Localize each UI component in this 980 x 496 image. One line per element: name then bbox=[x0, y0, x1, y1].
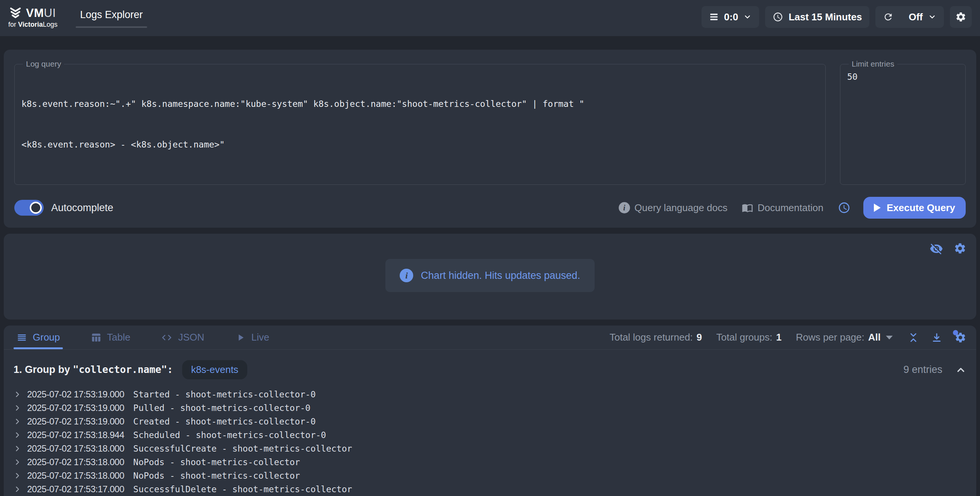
tab-group[interactable]: Group bbox=[14, 326, 63, 349]
autocomplete-toggle[interactable]: Autocomplete bbox=[14, 200, 113, 216]
toggle-switch[interactable] bbox=[14, 200, 44, 216]
chart-hidden-message: i Chart hidden. Hits updates paused. bbox=[385, 259, 594, 292]
log-row[interactable]: 2025-07-02 17:53:17.000 SuccessfulDelete… bbox=[14, 482, 966, 496]
group-title: 1. Group by "collector.name": bbox=[14, 364, 173, 375]
log-timestamp: 2025-07-02 17:53:18.000 bbox=[27, 443, 124, 454]
log-timestamp: 2025-07-02 17:53:19.000 bbox=[27, 403, 124, 413]
log-message: NoPods - shoot-metrics-collector bbox=[133, 471, 300, 480]
documentation-link[interactable]: Documentation bbox=[742, 202, 823, 214]
settings-button[interactable] bbox=[950, 6, 972, 28]
log-message: Pulled - shoot-metrics-collector-0 bbox=[133, 403, 310, 413]
victoriametrics-logo-icon bbox=[8, 7, 22, 19]
clock-icon bbox=[773, 12, 783, 22]
limit-entries-label: Limit entries bbox=[849, 59, 897, 68]
download-icon[interactable] bbox=[931, 332, 942, 343]
refresh-icon[interactable] bbox=[883, 12, 893, 22]
time-range-button[interactable]: Last 15 Minutes bbox=[765, 6, 869, 28]
info-icon: i bbox=[400, 269, 413, 282]
execute-query-button[interactable]: Execute Query bbox=[863, 197, 966, 219]
autocomplete-label: Autocomplete bbox=[51, 202, 113, 214]
chart-panel: i Chart hidden. Hits updates paused. bbox=[4, 234, 976, 320]
display-settings-icon[interactable] bbox=[955, 332, 966, 343]
vmui-logo[interactable]: VMUI for VictoriaLogs bbox=[8, 6, 57, 29]
group-header: 1. Group by "collector.name": k8s-events… bbox=[4, 350, 976, 387]
logo-tagline: for VictoriaLogs bbox=[8, 21, 57, 29]
chevron-right-icon[interactable] bbox=[14, 472, 21, 479]
table-icon bbox=[91, 332, 101, 343]
dropdown-arrow-icon bbox=[886, 336, 892, 339]
log-query-field[interactable]: Log query k8s.event.reason:~".+" k8s.nam… bbox=[14, 59, 826, 185]
limit-entries-input[interactable]: 50 bbox=[847, 70, 959, 84]
log-list: 2025-07-02 17:53:19.000 Started - shoot-… bbox=[4, 387, 976, 496]
entries-count: 9 entries bbox=[903, 364, 942, 375]
tenant-value: 0:0 bbox=[724, 11, 738, 23]
play-icon bbox=[235, 332, 246, 343]
total-groups-stat: Total groups: 1 bbox=[716, 332, 781, 343]
time-range-value: Last 15 Minutes bbox=[788, 11, 862, 23]
list-icon bbox=[17, 332, 27, 343]
code-icon bbox=[161, 332, 172, 343]
logo-wordmark: VMUI bbox=[26, 6, 56, 20]
chevron-right-icon[interactable] bbox=[14, 391, 21, 398]
log-timestamp: 2025-07-02 17:53:18.000 bbox=[27, 457, 124, 467]
collapse-all-icon[interactable] bbox=[908, 332, 919, 343]
limit-entries-field[interactable]: Limit entries 50 bbox=[840, 59, 966, 185]
log-query-label: Log query bbox=[23, 59, 64, 68]
tenant-select-button[interactable]: 0:0 bbox=[702, 6, 759, 28]
log-message: Started - shoot-metrics-collector-0 bbox=[133, 389, 316, 399]
results-panel: Group Table JSON Live bbox=[4, 326, 976, 496]
chevron-right-icon[interactable] bbox=[14, 418, 21, 425]
chevron-down-icon bbox=[928, 13, 936, 21]
gear-icon bbox=[955, 11, 966, 22]
log-message: Scheduled - shoot-metrics-collector-0 bbox=[133, 430, 326, 440]
log-timestamp: 2025-07-02 17:53:18.000 bbox=[27, 471, 124, 481]
log-row[interactable]: 2025-07-02 17:53:18.000 NoPods - shoot-m… bbox=[14, 455, 966, 469]
log-row[interactable]: 2025-07-02 17:53:19.000 Pulled - shoot-m… bbox=[14, 401, 966, 415]
log-message: NoPods - shoot-metrics-collector bbox=[133, 457, 300, 467]
chevron-right-icon[interactable] bbox=[14, 431, 21, 439]
rows-per-page-select[interactable]: Rows per page: All bbox=[796, 332, 892, 343]
tab-table[interactable]: Table bbox=[88, 326, 133, 349]
query-panel: Log query k8s.event.reason:~".+" k8s.nam… bbox=[4, 50, 976, 228]
log-message: SuccessfulCreate - shoot-metrics-collect… bbox=[133, 444, 352, 453]
chevron-right-icon[interactable] bbox=[14, 404, 21, 412]
log-row[interactable]: 2025-07-02 17:53:18.000 NoPods - shoot-m… bbox=[14, 469, 966, 482]
chevron-right-icon[interactable] bbox=[14, 458, 21, 466]
log-row[interactable]: 2025-07-02 17:53:18.000 SuccessfulCreate… bbox=[14, 442, 966, 455]
log-row[interactable]: 2025-07-02 17:53:18.944 Scheduled - shoo… bbox=[14, 428, 966, 442]
log-row[interactable]: 2025-07-02 17:53:19.000 Created - shoot-… bbox=[14, 415, 966, 428]
play-icon bbox=[874, 203, 881, 212]
log-timestamp: 2025-07-02 17:53:19.000 bbox=[27, 416, 124, 427]
log-timestamp: 2025-07-02 17:53:18.944 bbox=[27, 430, 124, 440]
log-timestamp: 2025-07-02 17:53:19.000 bbox=[27, 389, 124, 400]
query-history-icon[interactable] bbox=[838, 201, 851, 214]
app-header: VMUI for VictoriaLogs Logs Explorer 0:0 … bbox=[0, 0, 980, 36]
chart-settings-icon[interactable] bbox=[954, 242, 966, 256]
info-icon: i bbox=[619, 202, 630, 213]
log-message: SuccessfulDelete - shoot-metrics-collect… bbox=[133, 484, 352, 494]
chevron-right-icon[interactable] bbox=[14, 445, 21, 452]
tenant-icon bbox=[709, 12, 719, 22]
log-message: Created - shoot-metrics-collector-0 bbox=[133, 417, 316, 426]
chevron-right-icon[interactable] bbox=[14, 485, 21, 493]
tab-live[interactable]: Live bbox=[232, 326, 272, 349]
refresh-interval-value: Off bbox=[908, 11, 923, 23]
book-icon bbox=[742, 202, 753, 213]
tab-logs-explorer[interactable]: Logs Explorer bbox=[76, 0, 148, 29]
log-timestamp: 2025-07-02 17:53:17.000 bbox=[27, 484, 124, 494]
chevron-up-icon[interactable] bbox=[955, 364, 966, 375]
hide-chart-icon[interactable] bbox=[929, 242, 943, 256]
chevron-down-icon bbox=[743, 13, 752, 21]
log-query-input[interactable]: k8s.event.reason:~".+" k8s.namespace.nam… bbox=[21, 70, 819, 178]
tab-json[interactable]: JSON bbox=[158, 326, 207, 349]
group-value-badge[interactable]: k8s-events bbox=[182, 360, 248, 379]
auto-refresh-control[interactable]: Off bbox=[875, 6, 944, 28]
log-row[interactable]: 2025-07-02 17:53:19.000 Started - shoot-… bbox=[14, 388, 966, 401]
total-logs-stat: Total logs returned: 9 bbox=[610, 332, 702, 343]
query-language-docs-link[interactable]: i Query language docs bbox=[619, 202, 727, 214]
